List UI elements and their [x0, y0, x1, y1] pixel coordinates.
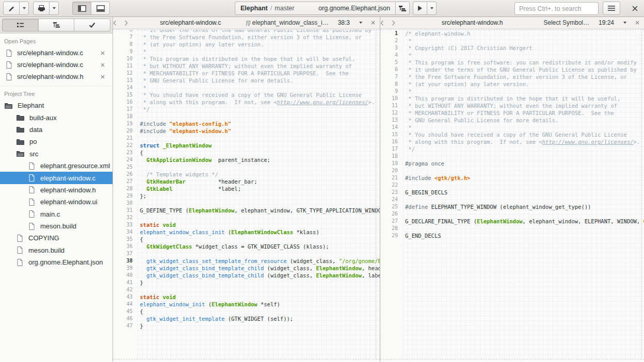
tree-item-label: po: [29, 138, 37, 145]
nav-forward-button[interactable]: [124, 20, 136, 26]
menu-button[interactable]: [603, 2, 620, 15]
code-line: /* Template widgets */: [137, 171, 380, 178]
line-number: 7: [380, 73, 398, 80]
tree-file-item[interactable]: meson.build: [0, 244, 112, 256]
device-icon: [38, 5, 45, 12]
tree-file-item[interactable]: main.c: [0, 208, 112, 220]
tree-folder-item[interactable]: data: [0, 124, 112, 136]
tree-file-item[interactable]: meson.build: [0, 220, 112, 232]
code-line: gtk_widget_init_template (GTK_WIDGET (se…: [137, 315, 380, 322]
code-line: GtkLabel *label;: [137, 185, 380, 192]
cursor-position: 38:3: [338, 19, 350, 26]
nav-back-button[interactable]: [380, 20, 392, 26]
search-input[interactable]: [514, 2, 599, 15]
tree-item-label: src: [29, 150, 38, 158]
close-page-button[interactable]: [101, 75, 109, 79]
line-number: 12: [113, 70, 133, 77]
code-editor[interactable]: * it under the terms of the GNU General …: [137, 30, 380, 359]
close-page-button[interactable]: [101, 63, 109, 67]
tree-file-item[interactable]: elephant-window.c: [0, 172, 112, 184]
sidebar-tab-todo[interactable]: [74, 19, 110, 31]
code-line: * (at your option) any later version.: [137, 41, 380, 48]
window-close-button[interactable]: [627, 2, 642, 15]
folder-open-icon: [5, 103, 12, 109]
code-line: * along with this program. If not, see <…: [137, 98, 380, 106]
line-number: 32: [113, 214, 133, 221]
device-button[interactable]: [33, 2, 50, 15]
code-line: {: [137, 308, 380, 315]
sidebar-tab-tree[interactable]: [38, 19, 75, 31]
code-line: [137, 163, 380, 171]
line-number: 40: [113, 272, 133, 279]
tree-folder-item[interactable]: po: [0, 136, 112, 147]
tree-item-label: Elephant: [18, 102, 44, 109]
line-number: 35: [113, 236, 133, 243]
editor-header: src/elephant-window.cƒ{}elephant_window_…: [113, 17, 380, 29]
omnibar-group: Elephant/master org.gnome.Elephant.json: [235, 2, 410, 15]
tree-item-label: elephant-window.h: [40, 186, 96, 194]
line-number: 47: [113, 322, 133, 330]
line-number: 9: [113, 48, 133, 55]
code-line: * but WITHOUT ANY WARRANTY; without even…: [137, 62, 380, 70]
sidebar-tab-pages[interactable]: [2, 19, 39, 31]
code-line: #pragma once: [403, 160, 644, 167]
file-icon: [17, 246, 23, 254]
code-line: [137, 214, 380, 221]
editor-menu-button[interactable]: [619, 22, 631, 24]
nav-forward-button[interactable]: [392, 20, 403, 26]
line-number: 13: [380, 117, 398, 124]
edit-mode-split-button: [3, 2, 29, 15]
file-path: src/elephant-window.h: [403, 19, 541, 26]
code-line: * GNU General Public License for more de…: [137, 77, 380, 84]
sidebar: Open Pages src/elephant-window.csrc/elep…: [0, 17, 113, 362]
code-line: [403, 210, 644, 218]
line-number: 11: [113, 62, 133, 70]
builder-window: Elephant/master org.gnome.Elephant.json: [0, 0, 644, 362]
run-menu-button[interactable]: [427, 2, 437, 15]
open-page-item[interactable]: src/elephant-window.c: [0, 59, 112, 71]
chevron-down-icon: [53, 7, 56, 9]
open-page-label: src/elephant-window.c: [17, 49, 83, 57]
line-number: 18: [380, 153, 398, 160]
line-number: 9: [380, 88, 398, 95]
code-line: GtkHeaderBar *header_bar;: [137, 178, 380, 185]
code-line: };: [137, 192, 380, 200]
tree-file-item[interactable]: elephant-window.ui: [0, 196, 112, 208]
line-number: 27: [113, 178, 133, 185]
tree-folder-item[interactable]: build-aux: [0, 111, 112, 123]
pen-menu-button[interactable]: [19, 2, 29, 15]
pen-button[interactable]: [3, 2, 20, 15]
editor-close-button[interactable]: [366, 21, 380, 25]
bottom-panel-icon: [96, 5, 105, 12]
run-button[interactable]: [413, 2, 427, 15]
open-page-item[interactable]: src/elephant-window.h: [0, 71, 112, 83]
bottom-panel-toggle[interactable]: [91, 2, 110, 15]
editor-menu-button[interactable]: [355, 22, 366, 24]
symbol-selector[interactable]: elephant_window_class_i…: [252, 19, 329, 26]
tree-file-item[interactable]: elephant.gresource.xml: [0, 160, 112, 172]
close-page-button[interactable]: [101, 51, 109, 55]
editor-close-button[interactable]: [631, 21, 644, 25]
device-menu-button[interactable]: [49, 2, 59, 15]
line-number: 21: [113, 135, 133, 142]
run-split-button: [413, 2, 437, 15]
symbol-selector[interactable]: Select Symbol…: [543, 19, 589, 26]
code-line: [137, 135, 380, 142]
tree-folder-item[interactable]: Elephant: [0, 100, 112, 111]
nav-back-button[interactable]: [113, 20, 124, 26]
tree-file-item[interactable]: COPYING: [0, 232, 112, 244]
line-number: 19: [380, 160, 398, 167]
code-editor[interactable]: /* elephant-window.h * * Copyright (C) 2…: [403, 30, 644, 359]
omnibar[interactable]: Elephant/master org.gnome.Elephant.json: [235, 2, 396, 15]
build-config-button[interactable]: [395, 2, 410, 15]
chevron-down-icon: [430, 7, 433, 9]
file-path: src/elephant-window.c: [136, 19, 245, 26]
open-page-item[interactable]: src/elephant-window.c: [0, 47, 112, 59]
tree-folder-item[interactable]: src: [0, 148, 112, 160]
build-config-icon: [399, 5, 406, 11]
tree-file-item[interactable]: org.gnome.Elephant.json: [0, 256, 112, 268]
code-line: [137, 250, 380, 257]
left-panel-toggle[interactable]: [72, 2, 91, 15]
tree-file-item[interactable]: elephant-window.h: [0, 184, 112, 196]
tree-item-label: main.c: [40, 210, 60, 218]
